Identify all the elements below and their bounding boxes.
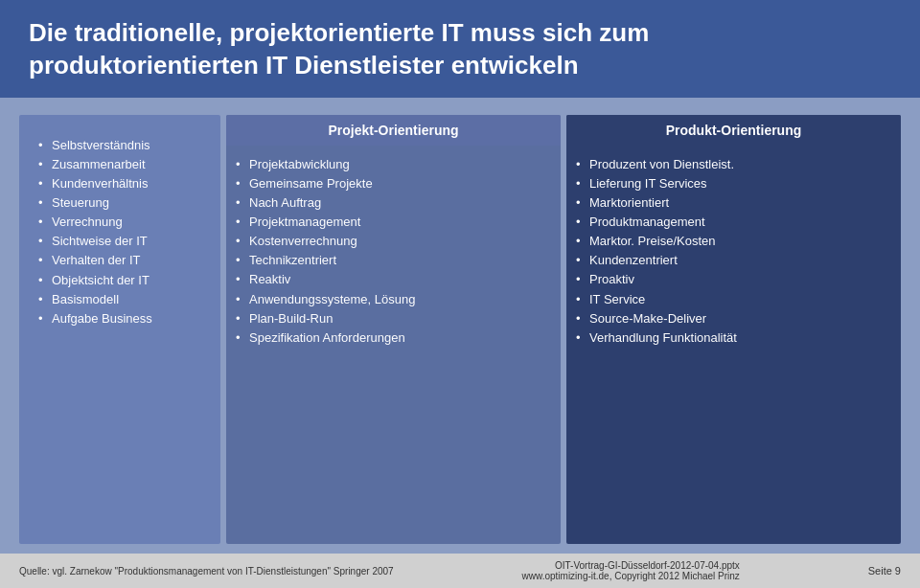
- footer: Quelle: vgl. Zarnekow "Produktionsmanage…: [0, 554, 920, 588]
- main-content: SelbstverständnisZusammenarbeitKundenver…: [0, 98, 920, 554]
- footer-right: OIT-Vortrag-GI-Düsseldorf-2012-07-04.ppt…: [522, 560, 740, 581]
- footer-filename: OIT-Vortrag-GI-Düsseldorf-2012-07-04.ppt…: [522, 560, 740, 571]
- list-item: Lieferung IT Services: [576, 174, 887, 193]
- list-item: IT Service: [576, 290, 887, 309]
- right-list: Produzent von Dienstleist.Lieferung IT S…: [576, 155, 887, 348]
- col-right-body: Produzent von Dienstleist.Lieferung IT S…: [566, 146, 901, 544]
- col-right: Produkt-Orientierung Produzent von Diens…: [566, 115, 901, 544]
- col-left: SelbstverständnisZusammenarbeitKundenver…: [19, 115, 220, 544]
- list-item: Proaktiv: [576, 270, 887, 289]
- list-item: Anwendungssysteme, Lösung: [236, 290, 547, 309]
- list-item: Projektabwicklung: [236, 155, 547, 174]
- list-item: Steuerung: [38, 193, 203, 213]
- list-item: Spezifikation Anforderungen: [236, 328, 547, 348]
- col-left-body: SelbstverständnisZusammenarbeitKundenver…: [34, 128, 207, 531]
- list-item: Produzent von Dienstleist.: [576, 155, 887, 174]
- col-middle-body: ProjektabwicklungGemeinsame ProjekteNach…: [226, 146, 561, 544]
- list-item: Verhandlung Funktionalität: [576, 328, 887, 348]
- list-item: Produktmanagement: [576, 213, 887, 232]
- list-item: Kundenverhältnis: [38, 174, 203, 193]
- list-item: Aufgabe Business: [38, 309, 203, 328]
- col-middle-header: Projekt-Orientierung: [226, 115, 561, 146]
- list-item: Basismodell: [38, 290, 203, 309]
- list-item: Marktorientiert: [576, 193, 887, 213]
- page: Die traditionelle, projektorientierte IT…: [0, 0, 920, 588]
- list-item: Kundenzentriert: [576, 251, 887, 270]
- list-item: Verrechnung: [38, 213, 203, 232]
- list-item: Technikzentriert: [236, 251, 547, 270]
- list-item: Objektsicht der IT: [38, 271, 203, 290]
- columns-row: SelbstverständnisZusammenarbeitKundenver…: [19, 115, 901, 544]
- list-item: Nach Auftrag: [236, 193, 547, 213]
- list-item: Sichtweise der IT: [38, 232, 203, 251]
- list-item: Selbstverständnis: [38, 136, 203, 155]
- left-list: SelbstverständnisZusammenarbeitKundenver…: [38, 136, 203, 328]
- list-item: Plan-Build-Run: [236, 309, 547, 328]
- list-item: Gemeinsame Projekte: [236, 174, 547, 193]
- footer-source: Quelle: vgl. Zarnekow "Produktionsmanage…: [19, 566, 394, 577]
- col-middle: Projekt-Orientierung ProjektabwicklungGe…: [226, 115, 561, 544]
- list-item: Kostenverrechnung: [236, 232, 547, 251]
- page-number: Seite 9: [868, 565, 901, 577]
- list-item: Reaktiv: [236, 270, 547, 289]
- header-section: Die traditionelle, projektorientierte IT…: [0, 0, 920, 98]
- footer-copyright: www.optimizing-it.de, Copyright 2012 Mic…: [522, 571, 740, 581]
- list-item: Source-Make-Deliver: [576, 309, 887, 328]
- main-title: Die traditionelle, projektorientierte IT…: [29, 17, 891, 82]
- list-item: Projektmanagement: [236, 213, 547, 232]
- col-right-header: Produkt-Orientierung: [566, 115, 901, 146]
- list-item: Zusammenarbeit: [38, 155, 203, 174]
- list-item: Marktor. Preise/Kosten: [576, 232, 887, 251]
- list-item: Verhalten der IT: [38, 251, 203, 270]
- middle-list: ProjektabwicklungGemeinsame ProjekteNach…: [236, 155, 547, 348]
